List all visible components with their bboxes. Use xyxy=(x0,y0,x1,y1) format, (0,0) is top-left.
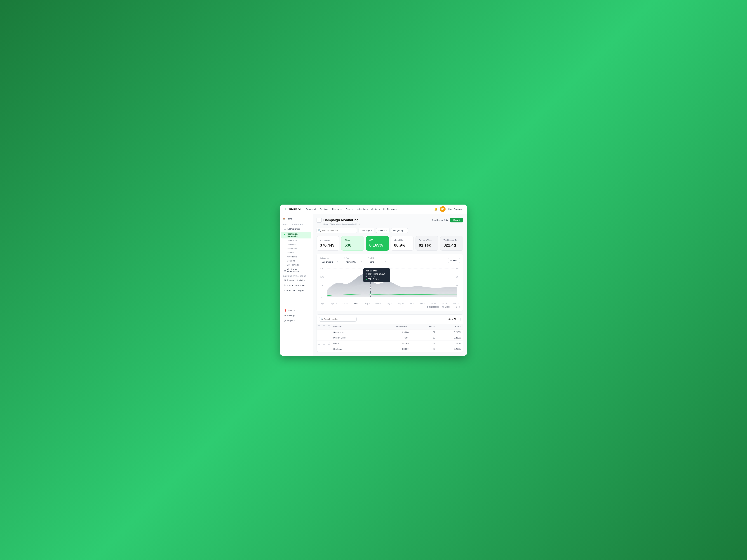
row-impressions: 94,365 xyxy=(371,341,411,346)
search-icon: 🔍 xyxy=(318,229,321,232)
row-checkbox-2[interactable] xyxy=(323,331,325,334)
nav-list-reminders[interactable]: List Reminders xyxy=(383,207,397,211)
th-impressions[interactable]: Impressions ↕ xyxy=(371,324,411,329)
see-current-jobs-link[interactable]: See Current Jobs xyxy=(432,219,448,221)
sidebar-item-home[interactable]: 🏠 Home xyxy=(280,216,313,221)
row-clicks: 81 xyxy=(411,329,437,335)
date-range-label: Date range xyxy=(320,257,340,259)
svg-point-15 xyxy=(370,286,371,288)
table-toolbar: 🔍 Show 50 ▼ xyxy=(317,315,463,324)
sidebar-item-contact-enrichment[interactable]: ⚇ Contact Enrichment xyxy=(281,283,311,288)
sidebar-item-reports[interactable]: Reports xyxy=(281,251,311,255)
nav-advertisers[interactable]: Advertisers xyxy=(357,207,367,211)
show-select[interactable]: Show 50 ▼ xyxy=(447,317,461,321)
sidebar-item-settings[interactable]: ⚙ Settings xyxy=(281,313,311,318)
filter-bar: 🔍 Campaign ▼ Context ▼ Geography ▼ xyxy=(316,228,463,233)
row-checkbox-3[interactable] xyxy=(328,348,330,350)
table-section: 🔍 Show 50 ▼ Revision xyxy=(316,314,463,352)
sidebar-logout-label: Log Out xyxy=(287,320,294,322)
row-check-2 xyxy=(321,341,326,346)
notification-bell-icon[interactable]: 🔔 xyxy=(434,207,437,211)
row-checkbox-3[interactable] xyxy=(328,337,330,339)
pivot-select[interactable]: None ▲▼ xyxy=(368,260,388,264)
x-label-0: Apr. 6 xyxy=(321,303,326,304)
x-label-6: May 18 xyxy=(387,303,392,304)
header-checkbox-1[interactable] xyxy=(318,325,320,328)
nav-creatives[interactable]: Creatives xyxy=(320,207,329,211)
sidebar-item-logout[interactable]: ⊙ Log Out xyxy=(281,318,311,323)
nav-contacts[interactable]: Contacts xyxy=(371,207,380,211)
row-ctr: 0.210% xyxy=(437,335,463,341)
nav-contextual[interactable]: Contextual xyxy=(306,207,316,211)
sidebar-item-contextual[interactable]: Contextual xyxy=(281,239,311,242)
sidebar-item-support[interactable]: ❓ Support xyxy=(281,308,311,313)
context-filter-dropdown[interactable]: Context ▼ xyxy=(376,228,390,233)
research-icon: ⊞ xyxy=(284,279,286,282)
sidebar-item-contacts[interactable]: Contacts xyxy=(281,259,311,263)
support-icon: ❓ xyxy=(284,309,287,312)
revision-table: Revision Impressions ↕ Clicks ↕ CTR ↕ So… xyxy=(317,324,463,352)
campaign-filter-label: Campaign xyxy=(361,229,370,232)
date-range-select[interactable]: Last 2 weeks ▲▼ xyxy=(320,260,340,264)
row-checkbox-1[interactable] xyxy=(318,337,320,339)
x-label-1: Apr. 13 xyxy=(331,303,337,304)
advertiser-search-input[interactable] xyxy=(316,228,357,233)
export-button[interactable]: Export xyxy=(450,218,463,222)
table-search-icon: 🔍 xyxy=(321,318,323,320)
sidebar-item-campaign-monitoring[interactable]: 〜 Campaign Monitoring xyxy=(281,232,311,238)
chart-filter-button[interactable]: ⚙ Filter xyxy=(448,258,460,263)
nav-reports[interactable]: Reports xyxy=(346,207,353,211)
row-ctr: 0.210% xyxy=(437,329,463,335)
sidebar-item-product-catalogue[interactable]: ≡ Product Catalogue xyxy=(281,288,311,293)
row-check-1 xyxy=(317,335,321,341)
sidebar-item-resources[interactable]: Resources xyxy=(281,247,311,250)
stats-row: Impressions 376,449 Clicks 636 CTR 0.169… xyxy=(316,236,463,250)
chart-x-axis-labels: Apr. 6 Apr. 13 Apr. 20 Apr. 27 May 4 May… xyxy=(320,303,460,304)
row-checkbox-2[interactable] xyxy=(323,337,325,339)
back-button[interactable]: ← xyxy=(316,218,321,222)
ctr-label: CTR xyxy=(369,239,386,241)
sidebar-research-label: Research Analytics xyxy=(287,279,305,282)
x-axis-chevron-icon: ▲▼ xyxy=(359,261,362,263)
row-checkbox-2[interactable] xyxy=(323,342,325,345)
header-checkbox-3[interactable] xyxy=(328,325,330,328)
sidebar-ad-publishing-label: Ad Publishing xyxy=(287,228,300,230)
campaign-filter-dropdown[interactable]: Campaign ▼ xyxy=(359,228,375,233)
row-ctr: 0.210% xyxy=(437,341,463,346)
sidebar-item-ad-publishing[interactable]: ☰ Ad Publishing xyxy=(281,226,311,232)
th-revision: Revision xyxy=(331,324,371,329)
row-clicks: 50 xyxy=(411,335,437,341)
sidebar-item-advertisers[interactable]: Advertisers xyxy=(281,255,311,259)
geography-filter-dropdown[interactable]: Geography ▼ xyxy=(391,228,408,233)
filter-lines-icon: ⚙ xyxy=(450,259,452,262)
user-name[interactable]: Hugo Bourgeois xyxy=(448,208,463,210)
row-checkbox-3[interactable] xyxy=(328,342,330,345)
sidebar: 🏠 Home Digital Advertising ☰ Ad Publishi… xyxy=(280,214,313,355)
sidebar-item-contextual-marketplace[interactable]: ▦ Contextual Marketplace xyxy=(281,267,311,274)
nav-resources[interactable]: Resources xyxy=(332,207,342,211)
legend-impressions-label: Impressions xyxy=(429,306,439,308)
row-checkbox-1[interactable] xyxy=(318,348,320,350)
user-avatar[interactable]: HB xyxy=(440,206,445,212)
row-ctr: 0.210% xyxy=(437,346,463,352)
pivot-by-control: Pivot By None ▲▼ xyxy=(368,257,388,264)
row-checkbox-3[interactable] xyxy=(328,331,330,334)
revision-search-input[interactable] xyxy=(319,317,357,322)
sidebar-item-list-reminders[interactable]: List Reminders xyxy=(281,263,311,267)
row-checkbox-2[interactable] xyxy=(323,348,325,350)
stat-card-total-screen-time: Total Screen Time 322.4d xyxy=(440,236,463,250)
row-impressions: 58,999 xyxy=(371,346,411,352)
campaign-chevron-icon: ▼ xyxy=(371,230,372,231)
header-checkbox-2[interactable] xyxy=(323,325,325,328)
th-clicks[interactable]: Clicks ↕ xyxy=(411,324,437,329)
x-axis-label: X-Axis xyxy=(344,257,364,259)
sidebar-item-creatives[interactable]: Creatives xyxy=(281,243,311,246)
row-check-1 xyxy=(317,341,321,346)
x-axis-select[interactable]: Interval Day ▲▼ xyxy=(344,260,364,264)
logo[interactable]: ✛ PubGrade xyxy=(284,207,301,211)
x-label-9: Jun. 8 xyxy=(420,303,424,304)
row-checkbox-1[interactable] xyxy=(318,342,320,345)
row-checkbox-1[interactable] xyxy=(318,331,320,334)
th-ctr[interactable]: CTR ↕ xyxy=(437,324,463,329)
sidebar-item-research-analytics[interactable]: ⊞ Research Analytics xyxy=(281,278,311,283)
